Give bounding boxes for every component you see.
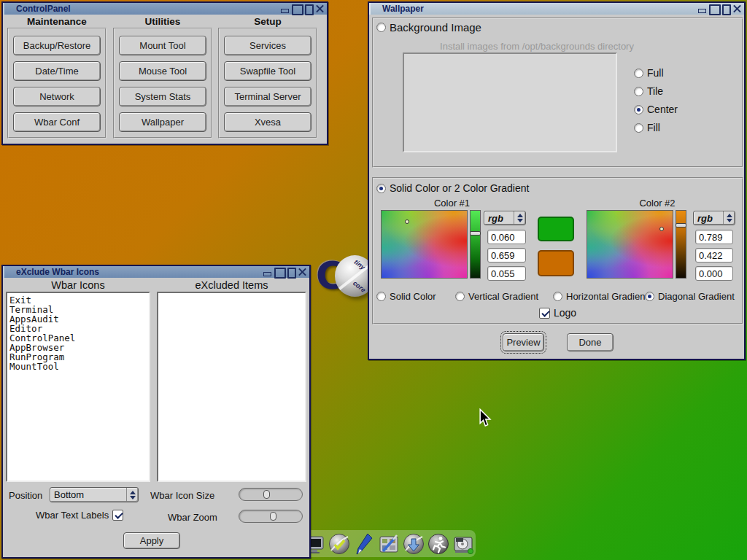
color-gradient-group: Solid Color or 2 Color Gradient Color #1… <box>372 177 743 324</box>
color2-picker[interactable] <box>587 210 673 279</box>
diagonal-gradient-radio[interactable] <box>645 292 654 301</box>
close-icon[interactable] <box>732 4 742 13</box>
wallpaper-button[interactable]: Wallpaper <box>119 112 206 132</box>
solid-color-radio[interactable] <box>376 292 386 301</box>
maximize-icon[interactable] <box>274 268 284 276</box>
shade-icon[interactable] <box>721 4 730 13</box>
window-title: eXclude Wbar Icons <box>16 267 99 277</box>
shade-icon[interactable] <box>286 268 295 276</box>
close-icon[interactable] <box>315 4 325 13</box>
color1-slider-handle[interactable] <box>470 231 481 236</box>
zoom-slider[interactable] <box>239 510 303 523</box>
logo-checkbox[interactable] <box>539 308 550 319</box>
position-label: Position <box>9 490 42 501</box>
vertical-gradient-radio[interactable] <box>455 292 465 301</box>
apply-button[interactable]: Apply <box>123 532 180 549</box>
apps-audit-icon[interactable] <box>328 532 351 556</box>
color1-mode-dropdown[interactable]: rgb <box>484 211 526 225</box>
text-labels-checkbox[interactable] <box>112 510 123 521</box>
wbar-icons-header: Wbar Icons <box>6 279 150 291</box>
color1-swatch <box>538 217 574 241</box>
system-stats-button[interactable]: System Stats <box>119 87 206 106</box>
window-title: ControlPanel <box>16 4 71 14</box>
mode-center-radio[interactable] <box>634 105 643 114</box>
mode-fill-radio[interactable] <box>634 123 643 133</box>
horizontal-gradient-radio[interactable] <box>553 292 562 301</box>
zoom-handle[interactable] <box>270 512 276 521</box>
color2-mode-dropdown[interactable]: rgb <box>693 211 735 225</box>
list-item[interactable]: MountTool <box>9 362 149 371</box>
updown-icon <box>126 488 138 502</box>
mount-tool-icon[interactable] <box>452 532 475 556</box>
icon-size-slider[interactable] <box>239 488 303 501</box>
mode-full-radio[interactable] <box>634 69 643 78</box>
wbar-config-window: eXclude Wbar Icons Wbar Icons eXcluded I… <box>1 265 311 559</box>
color2-b-field[interactable]: 0.000 <box>695 266 733 281</box>
color1-b-field[interactable]: 0.055 <box>487 266 526 281</box>
services-button[interactable]: Services <box>224 36 311 55</box>
position-dropdown[interactable]: Bottom <box>50 487 139 502</box>
control-panel-icon[interactable] <box>377 532 400 556</box>
mouse-tool-button[interactable]: Mouse Tool <box>119 61 206 81</box>
color2-r-field[interactable]: 0.789 <box>695 230 733 244</box>
maximize-icon[interactable] <box>292 4 301 13</box>
minimize-icon[interactable] <box>280 4 290 13</box>
preview-button[interactable]: Preview <box>503 333 544 351</box>
wbar-icons-listbox[interactable]: Exit Terminal AppsAudit Editor ControlPa… <box>6 292 150 482</box>
icon-size-label: Wbar Icon Size <box>150 490 214 501</box>
image-listbox[interactable] <box>403 52 617 152</box>
swapfile-tool-button[interactable]: Swapfile Tool <box>224 61 311 81</box>
column-header: Setup <box>218 16 317 27</box>
color2-slider-handle[interactable] <box>676 223 686 228</box>
terminal-server-button[interactable]: Terminal Server <box>224 87 311 106</box>
updown-icon <box>723 211 735 225</box>
done-button[interactable]: Done <box>567 333 614 351</box>
wbar-config-titlebar[interactable]: eXclude Wbar Icons <box>3 266 309 278</box>
minimize-icon[interactable] <box>697 4 707 13</box>
close-icon[interactable] <box>298 268 307 276</box>
editor-icon[interactable] <box>352 532 376 556</box>
color1-g-field[interactable]: 0.659 <box>487 248 526 262</box>
excluded-items-listbox[interactable] <box>157 292 306 482</box>
mode-tile-radio[interactable] <box>634 87 643 96</box>
color1-r-field[interactable]: 0.060 <box>487 230 526 244</box>
color2-marker <box>659 227 664 231</box>
solid-gradient-radio[interactable] <box>376 184 386 193</box>
background-image-label: Background Image <box>390 21 481 34</box>
updown-icon <box>514 211 525 225</box>
icon-size-handle[interactable] <box>263 490 270 499</box>
wbar-taskbar <box>301 530 476 557</box>
color2-value-slider[interactable] <box>676 210 686 279</box>
backup-restore-button[interactable]: Backup/Restore <box>13 36 101 55</box>
color2-label: Color #2 <box>614 198 700 209</box>
color2-g-field[interactable]: 0.422 <box>695 248 733 262</box>
zoom-label: Wbar Zoom <box>168 512 217 523</box>
minimize-icon[interactable] <box>263 268 272 276</box>
wallpaper-window: Wallpaper Background Image Install image… <box>368 1 746 360</box>
color1-picker[interactable] <box>381 210 468 279</box>
app-browser-icon[interactable] <box>402 532 425 556</box>
install-hint: Install images from /opt/backgrounds dir… <box>417 41 657 52</box>
wbar-conf-button[interactable]: Wbar Conf <box>13 112 101 132</box>
color2-swatch <box>538 250 574 276</box>
color1-label: Color #1 <box>410 198 494 209</box>
run-program-icon[interactable] <box>427 532 450 556</box>
text-labels-label: Wbar Text Labels <box>36 510 109 521</box>
excluded-items-header: eXcluded Items <box>157 279 306 291</box>
maximize-icon[interactable] <box>709 4 719 13</box>
color1-marker <box>405 219 409 224</box>
column-header: Maintenance <box>7 16 107 27</box>
control-panel-window: ControlPanel Maintenance Utilities Setup… <box>1 1 328 145</box>
mount-tool-button[interactable]: Mount Tool <box>119 36 206 55</box>
wallpaper-titlebar[interactable]: Wallpaper <box>369 3 744 15</box>
control-panel-titlebar[interactable]: ControlPanel <box>3 3 327 15</box>
color1-value-slider[interactable] <box>470 210 481 279</box>
mouse-cursor <box>479 408 492 427</box>
xvesa-button[interactable]: Xvesa <box>224 112 311 132</box>
tinycore-logo: C tiny core <box>316 254 374 302</box>
column-header: Utilities <box>113 16 212 27</box>
network-button[interactable]: Network <box>13 87 101 106</box>
shade-icon[interactable] <box>303 4 313 13</box>
date-time-button[interactable]: Date/Time <box>13 61 101 81</box>
background-image-radio[interactable] <box>376 23 386 32</box>
